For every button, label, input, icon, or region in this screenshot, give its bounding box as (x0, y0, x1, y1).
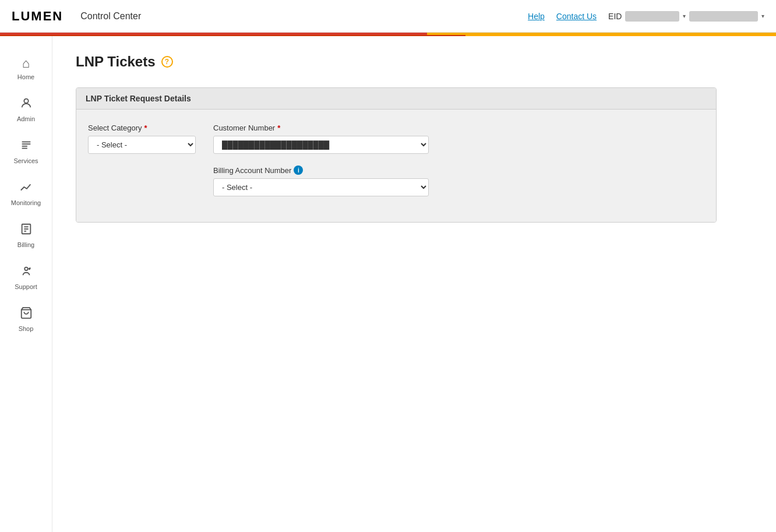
svg-point-9 (24, 267, 28, 271)
monitoring-icon (20, 181, 33, 197)
sidebar-item-shop[interactable]: Shop (0, 298, 52, 340)
category-select[interactable]: - Select - (88, 136, 196, 154)
logo-text: LUMEN (12, 9, 63, 24)
form-row-2: Billing Account Number i - Select - (88, 165, 704, 196)
sidebar-item-services[interactable]: Services (0, 131, 52, 172)
category-group: Select Category * - Select - (88, 124, 196, 154)
help-link[interactable]: Help (528, 12, 545, 21)
shop-icon (20, 306, 33, 323)
billing-info-icon[interactable]: i (294, 165, 303, 175)
category-label-text: Select Category (88, 124, 142, 132)
lnp-request-card: LNP Ticket Request Details Select Catego… (76, 87, 717, 223)
sidebar-item-billing[interactable]: Billing (0, 214, 52, 256)
billing-select[interactable]: - Select - (213, 178, 429, 196)
category-label: Select Category * (88, 124, 196, 132)
card-header: LNP Ticket Request Details (76, 88, 716, 110)
home-icon: ⌂ (22, 56, 30, 71)
svg-point-0 (24, 99, 28, 103)
sidebar-item-admin[interactable]: Admin (0, 89, 52, 131)
customer-group: Customer Number * ████████████████████ (213, 124, 429, 154)
form-row-1: Select Category * - Select - Customer Nu… (88, 124, 704, 154)
logo: LUMEN (12, 9, 63, 24)
billing-icon (20, 223, 33, 239)
services-icon (20, 139, 33, 155)
layout: ⌂ Home Admin Services Monitoring Billi (0, 36, 776, 532)
billing-label: Billing Account Number i (213, 165, 429, 175)
sidebar-item-support[interactable]: Support (0, 256, 52, 298)
eid-chevron-icon[interactable]: ▾ (683, 13, 686, 19)
page-title-text: LNP Tickets (76, 54, 156, 70)
header: LUMEN Control Center Help Contact Us EID… (0, 0, 776, 33)
user-chevron-icon[interactable]: ▾ (761, 13, 764, 19)
help-circle-icon[interactable]: ? (161, 56, 173, 68)
customer-label-text: Customer Number (213, 124, 275, 132)
contact-us-link[interactable]: Contact Us (556, 12, 597, 21)
eid-section: EID █████████ ▾ ████████████ ▾ (608, 11, 764, 22)
card-body: Select Category * - Select - Customer Nu… (76, 110, 716, 222)
sidebar-item-monitoring[interactable]: Monitoring (0, 172, 52, 214)
header-right: Help Contact Us EID █████████ ▾ ████████… (528, 11, 764, 22)
billing-label-text: Billing Account Number (213, 166, 291, 175)
sidebar-label-monitoring: Monitoring (11, 199, 41, 206)
app-title: Control Center (80, 11, 141, 22)
sidebar-label-shop: Shop (19, 325, 34, 332)
category-required-star: * (144, 124, 147, 132)
sidebar-label-admin: Admin (17, 115, 35, 122)
customer-required-star: * (277, 124, 280, 132)
eid-label: EID (608, 12, 622, 21)
admin-icon (20, 97, 33, 113)
sidebar-item-home[interactable]: ⌂ Home (0, 48, 52, 89)
user-value: ████████████ (689, 11, 758, 22)
sidebar-label-services: Services (13, 157, 38, 164)
page-title: LNP Tickets ? (76, 54, 753, 70)
sidebar-label-billing: Billing (17, 241, 34, 248)
main-content: LNP Tickets ? LNP Ticket Request Details… (52, 36, 776, 532)
support-icon (20, 265, 33, 281)
sidebar-label-support: Support (15, 283, 37, 290)
customer-label: Customer Number * (213, 124, 429, 132)
sidebar: ⌂ Home Admin Services Monitoring Billi (0, 36, 52, 532)
customer-select[interactable]: ████████████████████ (213, 136, 429, 154)
eid-value: █████████ (625, 11, 679, 22)
billing-group: Billing Account Number i - Select - (213, 165, 429, 196)
sidebar-label-home: Home (17, 73, 34, 80)
